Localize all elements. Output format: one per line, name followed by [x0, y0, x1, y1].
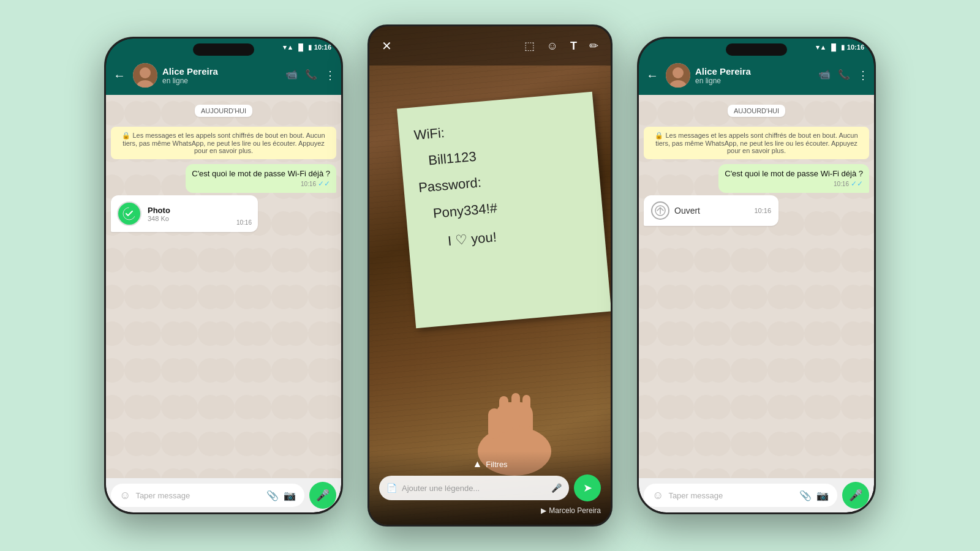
- phone-call-button-3[interactable]: 📞: [838, 69, 850, 82]
- chat-header-1: ← Alice Pereira en ligne 📹 📞 ⋮: [106, 56, 341, 95]
- info-message-1: 🔒 Les messages et les appels sont chiffr…: [111, 127, 336, 159]
- time-display-1: 10:16: [314, 43, 331, 51]
- info-text-1: Les messages et les appels sont chiffrés…: [123, 132, 325, 154]
- signal-icon: ▐▌: [296, 43, 306, 51]
- contact-status-3: en ligne: [695, 77, 813, 85]
- date-badge-3: AUJOURD'HUI: [728, 105, 785, 117]
- file-time-1: 10:16: [236, 219, 252, 226]
- more-button-3[interactable]: ⋮: [858, 69, 869, 82]
- lock-icon-1: 🔒: [122, 132, 130, 139]
- sent-time-1: 10:16: [301, 181, 316, 187]
- emoji-tool-button[interactable]: ☺: [547, 40, 558, 53]
- crop-button[interactable]: ⬚: [524, 39, 535, 53]
- recipient-name: Marcelo Pereira: [549, 506, 601, 515]
- back-button-1[interactable]: ←: [111, 66, 128, 85]
- contact-info-1: Alice Pereira en ligne: [162, 66, 281, 85]
- svg-point-12: [673, 67, 684, 78]
- opened-bubble[interactable]: Ouvert 10:16: [644, 195, 778, 226]
- date-divider-1: AUJOURD'HUI: [111, 105, 336, 117]
- svg-rect-9: [522, 395, 530, 429]
- status-icons-1: ▾▲ ▐▌ ▮ 10:16: [283, 43, 331, 51]
- sticky-note-text: WiFi: Bill1123 Password: Pony334!# I ♡ y…: [413, 110, 590, 254]
- caption-row: 📄 Ajouter une légende... 🎤 ➤: [379, 474, 601, 501]
- svg-rect-7: [499, 396, 508, 433]
- opened-label: Ouvert: [674, 206, 700, 216]
- camera-button-1[interactable]: 📷: [284, 490, 296, 501]
- notch-3: [726, 43, 787, 56]
- input-placeholder-3: Taper message: [668, 491, 794, 500]
- sent-message-3: C'est quoi le mot de passe Wi-Fi déjà ? …: [718, 164, 869, 193]
- check-icon-1: ✓✓: [318, 179, 330, 188]
- mic-button-3[interactable]: 🎤: [842, 482, 869, 509]
- send-icon: ➤: [583, 481, 592, 495]
- sent-meta-3: 10:16 ✓✓: [725, 179, 863, 188]
- mic-icon-1: 🎤: [316, 489, 330, 502]
- input-bar-1: ☺ Taper message 📎 📷 🎤: [106, 478, 341, 512]
- phone-1: ▾▲ ▐▌ ▮ 10:16 ← Alice Pereira: [104, 37, 343, 514]
- contact-name-3: Alice Pereira: [695, 66, 813, 77]
- attach-button-1[interactable]: 📎: [266, 490, 279, 501]
- caption-mic-icon: 🎤: [551, 483, 562, 493]
- file-icon-1: [117, 201, 141, 226]
- notch-1: [193, 43, 254, 56]
- video-call-button-1[interactable]: 📹: [285, 69, 298, 82]
- filters-row: ▲ Filtres: [379, 459, 601, 470]
- date-divider-3: AUJOURD'HUI: [644, 105, 869, 117]
- sent-message-1: C'est quoi le mot de passe Wi-Fi déjà ? …: [186, 164, 336, 193]
- love-line: I ♡ you!: [447, 218, 590, 252]
- avatar-3: [666, 63, 690, 88]
- send-button[interactable]: ➤: [574, 474, 601, 501]
- close-button[interactable]: ✕: [382, 39, 392, 53]
- sent-text-1: C'est quoi le mot de passe Wi-Fi déjà ?: [192, 169, 330, 178]
- check-icon-3: ✓✓: [851, 179, 863, 188]
- toolbar-tools: ⬚ ☺ T ✏: [524, 39, 598, 53]
- file-size-1: 348 Ko: [148, 215, 230, 222]
- input-field-1[interactable]: ☺ Taper message 📎 📷: [111, 484, 304, 507]
- emoji-button-1[interactable]: ☺: [119, 489, 130, 502]
- header-actions-3: 📹 📞 ⋮: [818, 69, 869, 82]
- mic-button-1[interactable]: 🎤: [309, 482, 336, 509]
- video-call-button-3[interactable]: 📹: [818, 69, 831, 82]
- camera-button-3[interactable]: 📷: [816, 490, 829, 501]
- photo-bottom-controls: ▲ Filtres 📄 Ajouter une légende... 🎤 ➤ ▶: [369, 451, 611, 525]
- svg-point-1: [140, 67, 151, 78]
- sent-time-3: 10:16: [834, 181, 849, 187]
- input-bar-3: ☺ Taper message 📎 📷 🎤: [639, 478, 874, 512]
- contact-info-3: Alice Pereira en ligne: [695, 66, 813, 85]
- wifi-icon: ▾▲: [283, 43, 293, 51]
- battery-icon-3: ▮: [841, 43, 845, 51]
- contact-status-1: en ligne: [162, 77, 281, 85]
- phone-2: WiFi: Bill1123 Password: Pony334!# I ♡ y…: [368, 24, 612, 527]
- sticky-note: WiFi: Bill1123 Password: Pony334!# I ♡ y…: [397, 92, 611, 329]
- emoji-button-3[interactable]: ☺: [652, 489, 663, 502]
- lock-icon-3: 🔒: [655, 132, 663, 139]
- attach-button-3[interactable]: 📎: [799, 490, 812, 501]
- info-text-3: Les messages et les appels sont chiffrés…: [655, 132, 858, 154]
- svg-rect-8: [511, 393, 520, 430]
- chat-area-1: AUJOURD'HUI 🔒 Les messages et les appels…: [106, 95, 341, 478]
- file-bubble-1[interactable]: Photo 348 Ko 10:16: [111, 195, 258, 232]
- chat-area-3: AUJOURD'HUI 🔒 Les messages et les appels…: [639, 95, 874, 478]
- sent-meta-1: 10:16 ✓✓: [192, 179, 330, 188]
- phone-call-button-1[interactable]: 📞: [305, 69, 317, 82]
- phone-3: ▾▲ ▐▌ ▮ 10:16 ← Alice Pereira: [637, 37, 876, 514]
- chevron-right-icon: ▶: [541, 506, 546, 515]
- caption-sticker-icon: 📄: [386, 483, 397, 493]
- chat-header-3: ← Alice Pereira en ligne 📹 📞 ⋮: [639, 56, 874, 95]
- filters-label: Filtres: [486, 460, 507, 469]
- recipient-row: ▶ Marcelo Pereira: [379, 506, 601, 515]
- pencil-tool-button[interactable]: ✏: [589, 39, 598, 53]
- back-button-3[interactable]: ←: [644, 66, 661, 85]
- time-display-3: 10:16: [847, 43, 864, 51]
- caption-input[interactable]: 📄 Ajouter une légende... 🎤: [379, 476, 569, 500]
- input-placeholder-1: Taper message: [135, 491, 262, 500]
- chevron-up-icon: ▲: [472, 459, 482, 470]
- contact-name-1: Alice Pereira: [162, 66, 281, 77]
- more-button-1[interactable]: ⋮: [325, 69, 336, 82]
- info-message-3: 🔒 Les messages et les appels sont chiffr…: [644, 127, 869, 159]
- wifi-icon-3: ▾▲: [816, 43, 826, 51]
- text-tool-button[interactable]: T: [570, 40, 577, 53]
- sent-text-3: C'est quoi le mot de passe Wi-Fi déjà ?: [725, 169, 863, 178]
- status-icons-3: ▾▲ ▐▌ ▮ 10:16: [816, 43, 864, 51]
- input-field-3[interactable]: ☺ Taper message 📎 📷: [644, 484, 837, 507]
